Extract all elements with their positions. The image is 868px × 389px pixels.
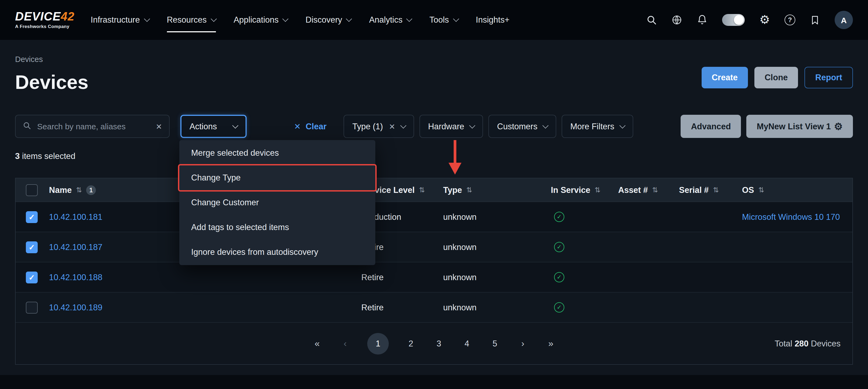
filter-chip-hardware[interactable]: Hardware <box>420 115 483 138</box>
in-service-check-icon: ✓ <box>554 302 564 312</box>
chip-remove-icon[interactable]: ✕ <box>389 122 395 131</box>
in-service-cell: ✓ <box>551 302 618 312</box>
row-checkbox[interactable] <box>26 241 38 253</box>
sort-icon[interactable]: ⇅ <box>76 186 82 194</box>
list-view-button[interactable]: MyNew List View 1 ⚙ <box>747 115 853 138</box>
gear-icon[interactable]: ⚙ <box>834 121 843 131</box>
device-link[interactable]: 10.42.100.189 <box>49 302 102 312</box>
os-link[interactable]: Microsoft Windows 10 170 <box>742 212 840 221</box>
last-page-button[interactable]: » <box>545 338 557 349</box>
column-header-type[interactable]: Type ⇅ <box>443 185 551 195</box>
main-nav: Infrastructure Resources Applications Di… <box>91 0 509 40</box>
chevron-down-icon <box>346 16 352 22</box>
search-clear-icon[interactable]: ✕ <box>156 122 162 131</box>
in-service-check-icon: ✓ <box>554 272 564 282</box>
device-link[interactable]: 10.42.100.187 <box>49 242 102 251</box>
breadcrumb[interactable]: Devices <box>15 55 43 64</box>
bookmark-icon[interactable] <box>810 15 820 25</box>
brand-logo[interactable]: DEVICE42 A Freshworks Company <box>15 11 74 29</box>
next-page-button[interactable]: › <box>517 338 529 349</box>
column-header-os[interactable]: OS ⇅ <box>742 185 852 195</box>
chevron-down-icon <box>400 122 407 128</box>
type-cell: unknown <box>443 272 551 282</box>
menu-item-change-customer[interactable]: Change Customer <box>179 190 375 215</box>
select-all-checkbox[interactable] <box>26 184 38 196</box>
nav-resources[interactable]: Resources <box>167 0 216 40</box>
device-link[interactable]: 10.42.100.188 <box>49 272 102 281</box>
create-button[interactable]: Create <box>701 67 748 88</box>
theme-toggle[interactable] <box>722 14 745 26</box>
menu-item-add-tags[interactable]: Add tags to selected items <box>179 215 375 240</box>
filter-bar: ✕ Actions ✕ Clear Type (1) ✕ Hardware <box>15 115 853 138</box>
globe-icon[interactable] <box>672 14 682 25</box>
chevron-down-icon <box>469 122 475 128</box>
devices-table: Name ⇅ 1 Service Level ⇅ Type ⇅ In Servi… <box>15 178 853 365</box>
clone-button[interactable]: Clone <box>754 67 798 88</box>
page-button-3[interactable]: 3 <box>433 339 445 348</box>
filter-chip-customers[interactable]: Customers <box>488 115 556 138</box>
first-page-button[interactable]: « <box>311 338 323 349</box>
menu-item-merge-devices[interactable]: Merge selected devices <box>179 141 375 166</box>
pagination-bar: « ‹ 1 2 3 4 5 › » Total 280 Devices <box>16 323 852 364</box>
in-service-cell: ✓ <box>551 212 618 222</box>
type-cell: unknown <box>443 242 551 252</box>
menu-item-ignore-devices[interactable]: Ignore devices from autodiscovery <box>179 240 375 265</box>
device-name-cell: 10.42.100.189 <box>49 302 361 312</box>
page-button-5[interactable]: 5 <box>489 339 501 348</box>
sort-icon[interactable]: ⇅ <box>652 186 658 194</box>
nav-insights[interactable]: Insights+ <box>476 0 509 40</box>
search-icon <box>23 121 31 132</box>
main-content: Devices Devices Create Clone Report ✕ Ac… <box>0 40 868 375</box>
os-cell: Microsoft Windows 10 170 <box>742 212 852 222</box>
gear-icon[interactable]: ⚙ <box>760 14 770 26</box>
sort-icon[interactable]: ⇅ <box>758 186 764 194</box>
table-header-row: Name ⇅ 1 Service Level ⇅ Type ⇅ In Servi… <box>16 178 852 202</box>
filter-chip-type[interactable]: Type (1) ✕ <box>344 115 414 138</box>
page-button-2[interactable]: 2 <box>405 339 417 348</box>
nav-infrastructure[interactable]: Infrastructure <box>91 0 149 40</box>
row-checkbox[interactable] <box>26 271 38 283</box>
nav-analytics[interactable]: Analytics <box>369 0 412 40</box>
column-header-in-service[interactable]: In Service ⇅ <box>551 185 618 195</box>
chevron-down-icon <box>453 16 459 22</box>
column-header-serial[interactable]: Serial # ⇅ <box>679 185 742 195</box>
sort-icon[interactable]: ⇅ <box>713 186 719 194</box>
search-icon[interactable] <box>646 14 657 25</box>
total-count: Total 280 Devices <box>775 339 841 348</box>
in-service-check-icon: ✓ <box>554 212 564 222</box>
page-button-4[interactable]: 4 <box>461 339 473 348</box>
page-title: Devices <box>15 71 88 94</box>
search-input[interactable] <box>36 121 151 131</box>
nav-discovery[interactable]: Discovery <box>306 0 351 40</box>
chevron-down-icon <box>542 122 549 128</box>
nav-tools[interactable]: Tools <box>429 0 458 40</box>
advanced-button[interactable]: Advanced <box>681 115 741 138</box>
column-header-asset[interactable]: Asset # ⇅ <box>618 185 679 195</box>
device-link[interactable]: 10.42.100.181 <box>49 212 102 221</box>
help-icon[interactable]: ? <box>784 14 795 25</box>
clear-filters-button[interactable]: ✕ Clear <box>294 121 327 131</box>
bell-icon[interactable] <box>697 14 708 25</box>
table-row: 10.42.100.189 Retire unknown ✓ <box>16 293 852 323</box>
filter-chip-more-filters[interactable]: More Filters <box>562 115 633 138</box>
chevron-down-icon <box>232 122 239 128</box>
row-checkbox[interactable] <box>26 301 38 313</box>
page-button-1[interactable]: 1 <box>367 333 389 354</box>
theme-toggle-knob <box>734 15 744 25</box>
row-checkbox[interactable] <box>26 211 38 223</box>
sort-icon[interactable]: ⇅ <box>466 186 472 194</box>
report-button[interactable]: Report <box>804 67 853 88</box>
avatar[interactable]: A <box>835 11 853 29</box>
selection-status: 3 items selected <box>15 151 75 161</box>
search-box[interactable]: ✕ <box>15 115 169 138</box>
prev-page-button[interactable]: ‹ <box>339 338 351 349</box>
sort-icon[interactable]: ⇅ <box>419 186 425 194</box>
nav-applications[interactable]: Applications <box>234 0 288 40</box>
brand-accent-text: 42 <box>61 10 74 24</box>
chevron-down-icon <box>407 16 413 22</box>
actions-dropdown-button[interactable]: Actions <box>180 115 247 138</box>
close-icon: ✕ <box>294 121 301 131</box>
menu-item-change-type[interactable]: Change Type <box>179 166 375 190</box>
sort-icon[interactable]: ⇅ <box>595 186 601 194</box>
in-service-cell: ✓ <box>551 242 618 252</box>
